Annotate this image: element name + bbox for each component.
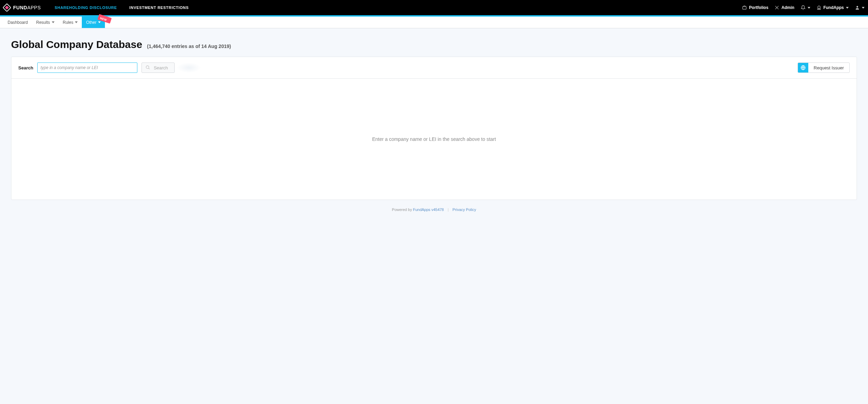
subnav-results[interactable]: Results — [32, 17, 59, 28]
svg-rect-2 — [743, 7, 747, 9]
portfolios-link[interactable]: Portfolios — [742, 5, 768, 10]
globe-icon — [798, 63, 808, 73]
portfolios-label: Portfolios — [749, 5, 768, 10]
search-icon — [145, 65, 150, 71]
primary-nav: SHAREHOLDING DISCLOSURE INVESTMENT RESTR… — [55, 6, 188, 10]
footer-privacy-link[interactable]: Privacy Policy — [452, 208, 476, 212]
logo-icon — [3, 3, 11, 12]
subnav-other[interactable]: Other NEW — [82, 17, 105, 28]
svg-point-3 — [857, 6, 858, 8]
subnav-dashboard[interactable]: Dashboard — [3, 17, 32, 28]
briefcase-icon — [742, 5, 747, 10]
chevron-down-icon — [862, 7, 865, 9]
secondary-nav: Dashboard Results Rules Other NEW — [0, 17, 868, 28]
svg-point-4 — [146, 66, 149, 68]
org-menu[interactable]: FundApps — [817, 5, 849, 10]
admin-link[interactable]: Admin — [774, 5, 794, 10]
svg-rect-1 — [5, 6, 9, 9]
subnav-dashboard-label: Dashboard — [8, 20, 28, 25]
chevron-down-icon — [52, 21, 55, 23]
empty-state: Enter a company name or LEI in the searc… — [11, 79, 857, 200]
empty-state-text: Enter a company name or LEI in the searc… — [372, 136, 496, 142]
user-icon — [855, 5, 860, 10]
chevron-down-icon — [808, 7, 810, 9]
org-label: FundApps — [823, 5, 844, 10]
main-content: Global Company Database (1,464,740 entri… — [0, 28, 868, 233]
subnav-results-label: Results — [36, 20, 50, 25]
request-issuer-label: Request Issuer — [808, 65, 849, 70]
user-menu[interactable] — [855, 5, 865, 10]
chevron-down-icon — [98, 21, 101, 23]
topbar-right: Portfolios Admin FundA — [742, 5, 865, 10]
request-issuer-button[interactable]: Request Issuer — [798, 62, 850, 73]
bell-icon — [801, 5, 806, 10]
footer-powered-by: Powered by — [392, 208, 413, 212]
page-subtitle: (1,464,740 entries as of 14 Aug 2019) — [147, 44, 231, 49]
search-row: Search Search Request Issuer — [11, 57, 857, 79]
subnav-rules-label: Rules — [63, 20, 74, 25]
search-panel: Search Search Request Issuer — [11, 57, 857, 200]
notifications-menu[interactable] — [801, 5, 810, 10]
topbar: FUNDAPPS SHAREHOLDING DISCLOSURE INVESTM… — [0, 0, 868, 15]
tools-icon — [774, 5, 779, 10]
page-header: Global Company Database (1,464,740 entri… — [11, 39, 857, 50]
search-label: Search — [18, 65, 33, 70]
search-button-label: Search — [154, 65, 168, 70]
page-title: Global Company Database — [11, 39, 142, 50]
building-icon — [817, 5, 821, 10]
search-input[interactable] — [37, 62, 137, 73]
nav-shareholding-disclosure[interactable]: SHAREHOLDING DISCLOSURE — [55, 6, 117, 10]
subnav-other-label: Other — [86, 20, 96, 25]
chevron-down-icon — [75, 21, 78, 23]
chevron-down-icon — [846, 7, 849, 9]
brand-logo[interactable]: FUNDAPPS — [3, 3, 41, 12]
brand-name: FUNDAPPS — [13, 5, 41, 10]
footer-version-link[interactable]: FundApps v45478 — [413, 208, 444, 212]
footer-separator: | — [448, 208, 449, 212]
footer: Powered by FundApps v45478 | Privacy Pol… — [11, 200, 857, 219]
admin-label: Admin — [781, 5, 794, 10]
search-button[interactable]: Search — [142, 62, 174, 73]
nav-investment-restrictions[interactable]: INVESTMENT RESTRICTIONS — [129, 6, 189, 10]
decorative-glow — [177, 62, 201, 73]
subnav-rules[interactable]: Rules — [59, 17, 82, 28]
